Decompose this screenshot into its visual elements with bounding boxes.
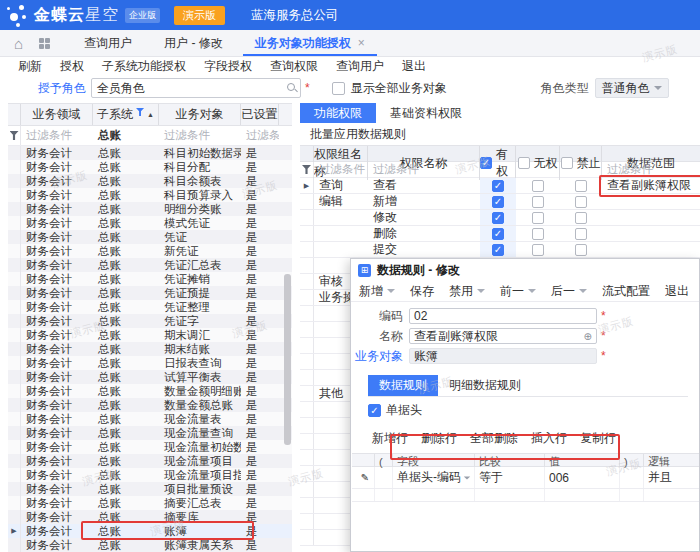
left-header-set[interactable]: 已设置	[241, 104, 279, 125]
table-row[interactable]: 财务会计总账账簿隶属关系是	[8, 538, 292, 552]
table-row[interactable]: 财务会计总账期末调汇是	[8, 328, 292, 342]
rule-grid-empty-row[interactable]	[352, 489, 700, 502]
denied-checkbox[interactable]	[532, 196, 544, 208]
left-filter-cell-3[interactable]: 过滤条件	[241, 126, 279, 145]
forbidden-checkbox[interactable]	[575, 244, 587, 256]
table-row[interactable]: 财务会计总账摘要汇总表是	[8, 496, 292, 510]
cell-logic[interactable]: 并且	[644, 467, 700, 488]
dialog-toolbar-button-3[interactable]: 前一	[500, 283, 536, 300]
left-table-scrollbar[interactable]	[284, 274, 291, 445]
table-row[interactable]: ▶财务会计总账账簿是	[8, 524, 292, 538]
code-input[interactable]: 02	[409, 308, 597, 324]
table-row[interactable]: 财务会计总账现金流量项目是	[8, 454, 292, 468]
rule-grid-row[interactable]: ✎单据头-编码等于006并且	[352, 467, 700, 489]
tab-detail-data-rule[interactable]: 明细数据规则	[438, 375, 532, 396]
cell-field[interactable]: 单据头-编码	[393, 467, 475, 488]
business-object-label[interactable]: 业务对象	[351, 348, 403, 365]
perm-filter-group[interactable]: 过滤条件	[314, 162, 368, 177]
table-row[interactable]: 财务会计总账试算平衡表是	[8, 370, 292, 384]
home-icon[interactable]: ⌂	[14, 35, 23, 52]
batch-apply-rule-button[interactable]: 批量应用数据规则	[300, 123, 700, 145]
toolbar-button-1[interactable]: 授权	[60, 58, 84, 75]
left-filter-cell-1[interactable]: 总账	[93, 126, 159, 145]
table-row[interactable]: 财务会计总账模式凭证是	[8, 216, 292, 230]
forbidden-checkbox[interactable]	[575, 180, 587, 192]
dialog-toolbar-button-1[interactable]: 保存	[410, 283, 434, 300]
left-header-area[interactable]: 业务领域	[21, 104, 93, 125]
denied-checkbox[interactable]	[532, 228, 544, 240]
table-row[interactable]: 财务会计总账现金流量查询是	[8, 426, 292, 440]
table-row[interactable]: 财务会计总账数量金额明细账是	[8, 384, 292, 398]
left-filter-cell-2[interactable]: 过滤条件	[159, 126, 241, 145]
denied-checkbox[interactable]	[532, 180, 544, 192]
menu-grid-icon[interactable]	[39, 38, 50, 49]
grid-toolbar-button-4[interactable]: 复制行	[580, 430, 616, 447]
toolbar-button-0[interactable]: 刷新	[18, 58, 42, 75]
table-row[interactable]: 财务会计总账项目批量预设是	[8, 482, 292, 496]
name-input[interactable]: 查看副账簿权限 ⊕	[409, 328, 597, 344]
table-row[interactable]: 财务会计总账现金流量项目指定是	[8, 468, 292, 482]
granted-checkbox[interactable]: ✓	[492, 228, 504, 240]
table-row[interactable]: 财务会计总账凭证预提是	[8, 286, 292, 300]
table-row[interactable]: 财务会计总账科目余额表是	[8, 174, 292, 188]
cell-compare[interactable]: 等于	[475, 467, 545, 488]
dialog-toolbar-button-6[interactable]: 退出	[665, 283, 689, 300]
granted-checkbox[interactable]: ✓	[492, 212, 504, 224]
table-row[interactable]: 财务会计总账期末结账是	[8, 342, 292, 356]
toolbar-button-4[interactable]: 查询权限	[270, 58, 318, 75]
granted-checkbox[interactable]: ✓	[492, 244, 504, 256]
table-row[interactable]: 编辑新增✓	[300, 194, 700, 210]
left-header-object[interactable]: 业务对象	[159, 104, 241, 125]
dialog-toolbar-button-4[interactable]: 后一	[551, 283, 587, 300]
left-header-subsystem[interactable]: 子系统 ▲	[93, 104, 159, 125]
grant-role-input[interactable]: 全员角色	[91, 78, 301, 98]
denied-checkbox[interactable]	[532, 212, 544, 224]
toolbar-button-2[interactable]: 子系统功能授权	[102, 58, 186, 75]
table-row[interactable]: 财务会计总账凭证字是	[8, 314, 292, 328]
grid-toolbar-button-1[interactable]: 删除行	[421, 430, 457, 447]
nav-tab-0[interactable]: 查询用户	[68, 30, 148, 56]
toolbar-button-3[interactable]: 字段授权	[204, 58, 252, 75]
dialog-toolbar-button-2[interactable]: 禁用	[449, 283, 485, 300]
dialog-title-bar[interactable]: ⊞ 数据规则 - 修改	[351, 259, 699, 281]
table-row[interactable]: 财务会计总账凭证是	[8, 230, 292, 244]
table-row[interactable]: 财务会计总账日报表查询是	[8, 356, 292, 370]
table-row[interactable]: 财务会计总账数量金额总账是	[8, 398, 292, 412]
dialog-toolbar-button-0[interactable]: 新增	[359, 283, 395, 300]
nav-tab-2[interactable]: 业务对象功能授权×	[239, 30, 381, 56]
filter-funnel-icon[interactable]	[136, 108, 144, 116]
bill-head-checkbox[interactable]: ✓	[368, 404, 381, 417]
granted-checkbox[interactable]: ✓	[492, 196, 504, 208]
role-type-select[interactable]: 普通角色	[595, 78, 669, 98]
nav-tab-1[interactable]: 用户 - 修改	[148, 30, 239, 56]
perm-filter-scope[interactable]: 过滤条件	[602, 162, 700, 177]
table-row[interactable]: 财务会计总账新凭证是	[8, 244, 292, 258]
left-filter-cell-0[interactable]: 过滤条件	[21, 126, 93, 145]
cell-value[interactable]: 006	[545, 467, 620, 488]
tab-basedata-permission[interactable]: 基础资料权限	[376, 103, 476, 123]
perm-filter-name[interactable]: 过滤条件	[368, 162, 480, 177]
table-row[interactable]: 财务会计总账科目分配是	[8, 160, 292, 174]
grid-toolbar-button-3[interactable]: 插入行	[531, 430, 567, 447]
tab-data-rule[interactable]: 数据规则	[368, 375, 438, 396]
search-icon[interactable]	[287, 83, 295, 91]
table-row[interactable]: 财务会计总账科目预算录入是	[8, 188, 292, 202]
granted-checkbox[interactable]: ✓	[492, 180, 504, 192]
grid-toolbar-button-2[interactable]: 全部删除	[470, 430, 518, 447]
forbidden-checkbox[interactable]	[575, 228, 587, 240]
table-row[interactable]: 财务会计总账凭证整理是	[8, 300, 292, 314]
table-row[interactable]: 财务会计总账明细分类账是	[8, 202, 292, 216]
table-row[interactable]: 财务会计总账摘要库是	[8, 510, 292, 524]
close-tab-icon[interactable]: ×	[358, 36, 365, 50]
denied-checkbox[interactable]	[532, 244, 544, 256]
toolbar-button-5[interactable]: 查询用户	[336, 58, 384, 75]
toolbar-button-6[interactable]: 退出	[402, 58, 426, 75]
table-row[interactable]: 财务会计总账凭证摊销是	[8, 272, 292, 286]
dialog-toolbar-button-5[interactable]: 流式配置	[602, 283, 650, 300]
locale-globe-icon[interactable]: ⊕	[584, 331, 592, 342]
grid-toolbar-button-0[interactable]: 新增行	[372, 430, 408, 447]
forbidden-checkbox[interactable]	[575, 212, 587, 224]
table-row[interactable]: 财务会计总账现金流量表是	[8, 412, 292, 426]
tab-function-permission[interactable]: 功能权限	[300, 103, 376, 123]
table-row[interactable]: 财务会计总账科目初始数据录入是	[8, 146, 292, 160]
